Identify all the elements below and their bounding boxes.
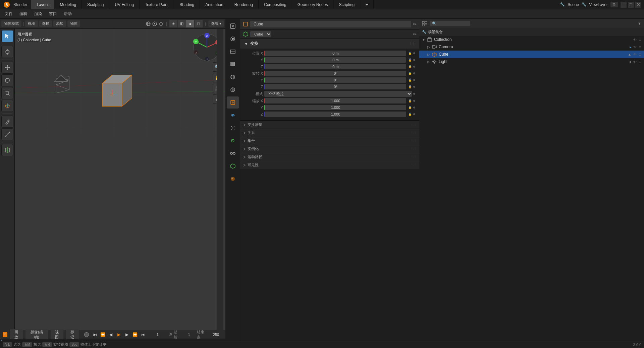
prop-constraints-btn[interactable] xyxy=(227,147,239,159)
timeline-view-btn[interactable]: 视图 xyxy=(51,329,63,340)
scale-x-lock[interactable]: 🔒 xyxy=(408,99,412,102)
start-frame[interactable]: 1 xyxy=(182,332,196,337)
workspace-tab-sculpting[interactable]: Sculpting xyxy=(82,0,109,9)
add-cube-btn[interactable] xyxy=(1,144,13,156)
prop-active-tool-btn[interactable] xyxy=(227,20,239,32)
rotation-x-value[interactable]: 0° xyxy=(264,71,406,76)
camera-exclude-btn[interactable]: ⊙ xyxy=(639,45,641,49)
prop-material-btn[interactable] xyxy=(227,173,239,185)
object-name-field[interactable]: Cube xyxy=(250,21,411,27)
maximize-btn[interactable]: □ xyxy=(628,2,634,8)
play-btn[interactable]: ▶ xyxy=(116,331,122,338)
visibility-section[interactable]: ▷ 可见性 ⋮⋮ xyxy=(240,161,419,169)
close-btn[interactable]: ✕ xyxy=(635,2,641,8)
workspace-tab-geometry-nodes[interactable]: Geometry Nodes xyxy=(292,0,334,9)
move-tool-btn[interactable] xyxy=(1,62,13,74)
workspace-tab-animation[interactable]: Animation xyxy=(200,0,229,9)
outliner-cube[interactable]: ▷ Cube ▲ 👁 ⊙ xyxy=(419,51,644,58)
scale-tool-btn[interactable] xyxy=(1,87,13,99)
scale-y-value[interactable]: 1.000 xyxy=(264,105,406,110)
workspace-tab-texture-paint[interactable]: Texture Paint xyxy=(140,0,174,9)
rotate-tool-btn[interactable] xyxy=(1,74,13,86)
view-menu-btn[interactable]: 视图 xyxy=(25,20,38,27)
workspace-tab-scripting[interactable]: Scripting xyxy=(333,0,360,9)
prop-render-btn[interactable] xyxy=(227,33,239,45)
cursor-tool-btn[interactable] xyxy=(1,46,13,58)
outliner-light[interactable]: ▷ Light ● 👁 ⊙ xyxy=(419,58,644,65)
menu-窗口[interactable]: 窗口 xyxy=(46,10,60,18)
scale-x-value[interactable]: 1.000 xyxy=(264,98,406,103)
object-data-dropdown[interactable]: Cube xyxy=(250,31,271,37)
outliner-camera[interactable]: ▷ Camera ▸ 👁 ⊙ xyxy=(419,43,644,51)
menu-帮助[interactable]: 帮助 xyxy=(60,10,75,18)
wireframe-display-btn[interactable]: ◻ xyxy=(195,20,203,27)
workspace-tab-modeling[interactable]: Modeling xyxy=(54,0,82,9)
jump-end-btn[interactable]: ⏭ xyxy=(140,331,147,338)
prev-frame-btn[interactable]: ⏪ xyxy=(100,331,106,338)
current-frame-display[interactable]: 1 xyxy=(149,332,166,337)
outliner-filter-btn[interactable]: ▼ xyxy=(638,21,641,25)
markers-btn[interactable]: 标记 xyxy=(66,329,79,340)
transform-tool-btn[interactable] xyxy=(1,100,13,112)
position-y-value[interactable]: 0 m xyxy=(264,57,406,63)
rotation-mode-dropdown[interactable]: XYZ 欧拉 xyxy=(264,91,412,97)
prev-keyframe-btn[interactable]: ◀ xyxy=(108,331,114,338)
cube-hide-btn[interactable]: 👁 xyxy=(633,53,637,56)
rotation-y-value[interactable]: 0° xyxy=(264,77,406,83)
mode-selector[interactable]: 物体模式 xyxy=(1,20,21,27)
prop-object-btn[interactable] xyxy=(227,96,239,109)
collections-section[interactable]: ▷ 集合 ⋮⋮ xyxy=(240,137,419,145)
add-menu-btn[interactable]: 添加 xyxy=(53,20,66,27)
outliner-collection[interactable]: ▼ Collection 👁 ⊙ xyxy=(419,36,644,43)
collection-exclude-btn[interactable]: ⊙ xyxy=(639,38,641,42)
next-frame-btn[interactable]: ⏩ xyxy=(132,331,139,338)
position-z-value[interactable]: 0 m xyxy=(264,64,406,69)
position-z-lock[interactable]: 🔒 xyxy=(408,65,412,68)
end-frame[interactable]: 250 xyxy=(209,332,223,337)
position-x-lock[interactable]: 🔒 xyxy=(408,52,412,55)
3d-viewport[interactable]: 用户透视 (1) Collection | Cube Z -Z X -X Y xyxy=(15,29,225,330)
workspace-tab-+[interactable]: + xyxy=(360,0,374,9)
workspace-tab-uv-editing[interactable]: UV Editing xyxy=(109,0,140,9)
prop-view-layer-btn[interactable] xyxy=(227,58,239,70)
prop-output-btn[interactable] xyxy=(227,46,239,58)
scale-y-lock[interactable]: 🔒 xyxy=(408,106,412,109)
collection-hide-btn[interactable]: 👁 xyxy=(633,38,637,42)
workspace-tab-layout[interactable]: Layout xyxy=(31,0,54,9)
object-name-edit-btn[interactable]: ✏ xyxy=(413,22,417,27)
select-tool-btn[interactable] xyxy=(1,30,13,42)
camera-hide-btn[interactable]: 👁 xyxy=(633,45,637,49)
prop-scene-btn[interactable] xyxy=(227,71,239,83)
next-keyframe-btn[interactable]: ▶ xyxy=(124,331,130,338)
overlay-btn[interactable]: 选项 ▾ xyxy=(208,20,224,27)
object-data-edit-btn[interactable]: ✏ xyxy=(413,32,417,37)
delta-transform-section[interactable]: ▷ 变换增量 ⋮⋮ xyxy=(240,121,419,129)
relations-section[interactable]: ▷ 关系 ⋮⋮ xyxy=(240,129,419,137)
measure-tool-btn[interactable] xyxy=(1,128,13,140)
select-menu-btn[interactable]: 选择 xyxy=(39,20,52,27)
prop-data-btn[interactable] xyxy=(227,160,239,172)
transform-header[interactable]: ▼ 变换 ⋮⋮ xyxy=(240,39,419,49)
menu-编辑[interactable]: 编辑 xyxy=(16,10,31,18)
menu-文件[interactable]: 文件 xyxy=(1,10,16,18)
workspace-tab-shading[interactable]: Shading xyxy=(174,0,200,9)
position-x-value[interactable]: 0 m xyxy=(264,51,406,56)
outliner-search[interactable] xyxy=(430,21,470,26)
capture-btn[interactable]: 抓像(插帧) xyxy=(25,329,48,340)
menu-渲染[interactable]: 渲染 xyxy=(31,10,46,18)
material-display-btn[interactable]: ◧ xyxy=(178,20,186,27)
cube-exclude-btn[interactable]: ⊙ xyxy=(639,53,641,56)
annotate-tool-btn[interactable] xyxy=(1,116,13,128)
playback-btn[interactable]: 回放 xyxy=(10,329,23,340)
rotation-z-lock[interactable]: 🔒 xyxy=(408,85,412,88)
minimize-btn[interactable]: — xyxy=(621,2,627,8)
solid-display-btn[interactable]: ◈ xyxy=(169,20,177,27)
workspace-tab-compositing[interactable]: Compositing xyxy=(259,0,292,9)
scene-settings-btn[interactable]: ⚙ xyxy=(610,2,618,7)
instancing-section[interactable]: ▷ 实例化 ⋮⋮ xyxy=(240,145,419,153)
light-exclude-btn[interactable]: ⊙ xyxy=(639,60,641,64)
prop-modifier-btn[interactable] xyxy=(227,109,239,121)
prop-particles-btn[interactable] xyxy=(227,122,239,134)
workspace-tab-rendering[interactable]: Rendering xyxy=(229,0,259,9)
position-y-lock[interactable]: 🔒 xyxy=(408,58,412,62)
